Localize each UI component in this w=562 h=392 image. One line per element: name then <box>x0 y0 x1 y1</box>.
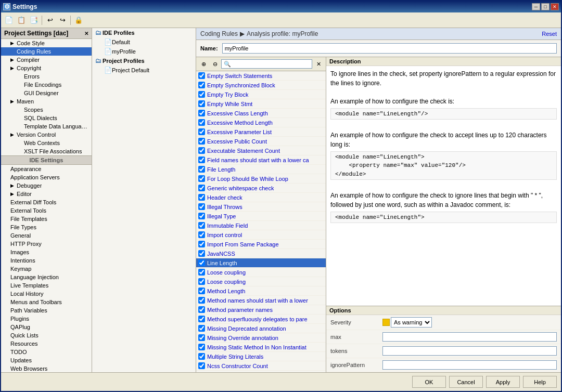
tree-item-file-encodings[interactable]: File Encodings <box>1 81 92 89</box>
rule-item-loose-coupling[interactable]: Loose coupling <box>196 268 326 277</box>
help-button[interactable]: Help <box>523 376 557 388</box>
rule-checkbox-empty-switch[interactable] <box>198 72 205 79</box>
maximize-button[interactable]: □ <box>541 3 550 10</box>
rule-checkbox-ncss-constructor[interactable] <box>198 362 205 369</box>
toolbar-btn-undo[interactable]: ↩ <box>44 15 56 26</box>
tree-item-http-proxy[interactable]: HTTP Proxy <box>1 240 92 248</box>
rule-checkbox-illegal-type[interactable] <box>198 213 205 219</box>
expand-all-button[interactable]: ⊕ <box>198 59 209 69</box>
toolbar-btn-redo[interactable]: ↪ <box>57 15 68 26</box>
rule-checkbox-method-delegates[interactable] <box>198 316 205 322</box>
minimize-button[interactable]: ─ <box>532 3 540 10</box>
cancel-button[interactable]: Cancel <box>449 376 483 388</box>
rule-item-missing-override[interactable]: Missing Override annotation <box>196 333 326 343</box>
ok-button[interactable]: OK <box>412 376 446 388</box>
rule-checkbox-generic-ws[interactable] <box>198 185 205 191</box>
tree-item-keymap[interactable]: Keymap <box>1 265 92 273</box>
tree-item-ext-tools[interactable]: External Tools <box>1 206 92 215</box>
rule-item-empty-sync[interactable]: Empty Synchronized Block <box>196 81 326 90</box>
rule-checkbox-exec-stmt[interactable] <box>198 147 205 154</box>
rule-checkbox-loose-coupling[interactable] <box>198 269 205 276</box>
toolbar-btn-new[interactable]: 📄 <box>3 15 15 26</box>
rule-item-illegal-throws[interactable]: Illegal Throws <box>196 202 326 212</box>
tree-item-menus-toolbars[interactable]: Menus and Toolbars <box>1 298 92 306</box>
rule-checkbox-empty-while[interactable] <box>198 100 205 107</box>
rule-item-import-control[interactable]: Import control <box>196 230 326 240</box>
toolbar-btn-paste[interactable]: 📑 <box>28 15 40 26</box>
tree-item-resources[interactable]: Resources <box>1 339 92 348</box>
tree-item-updates[interactable]: Updates <box>1 356 92 364</box>
tree-item-sql-dialects[interactable]: SQL Dialects <box>1 114 92 122</box>
tree-item-file-templates[interactable]: File Templates <box>1 215 92 223</box>
project-default-profile[interactable]: 📄 Project Default <box>92 66 196 75</box>
left-panel-scroll[interactable]: ▶ Code Style Coding Rules ▶ Compiler ▶ C… <box>1 39 92 372</box>
rule-checkbox-file-length[interactable] <box>198 166 205 173</box>
tree-item-live-templates[interactable]: Live Templates <box>1 281 92 290</box>
rule-item-missing-static[interactable]: Missing Static Method In Non Instantiat <box>196 343 326 352</box>
ide-profiles-node[interactable]: 🗂 IDE Profiles <box>92 28 196 37</box>
rule-item-method-param-names[interactable]: Method parameter names <box>196 305 326 315</box>
rule-item-line-length[interactable]: Line Length <box>196 258 326 268</box>
toolbar-btn-copy[interactable]: 📋 <box>16 15 27 26</box>
rule-item-excessive-public[interactable]: Excessive Public Count <box>196 137 326 146</box>
rule-checkbox-immutable-field[interactable] <box>198 222 205 229</box>
rules-search-input[interactable] <box>221 59 312 69</box>
close-button[interactable]: ✕ <box>551 3 559 10</box>
rule-item-for-loop[interactable]: For Loop Should Be While Loop <box>196 174 326 184</box>
rule-item-empty-while[interactable]: Empty While Stmt <box>196 99 326 109</box>
clear-search-button[interactable]: ✕ <box>313 59 324 69</box>
tree-item-local-history[interactable]: Local History <box>1 290 92 298</box>
tree-item-code-style[interactable]: ▶ Code Style <box>1 39 92 47</box>
rule-checkbox-header-check[interactable] <box>198 194 205 201</box>
rule-checkbox-import-same-pkg[interactable] <box>198 241 205 247</box>
tree-item-maven[interactable]: ▶ Maven <box>1 97 92 106</box>
rule-checkbox-empty-sync[interactable] <box>198 82 205 88</box>
rule-item-ncss-constructor[interactable]: Ncss Constructor Count <box>196 361 326 371</box>
toolbar-btn-lock[interactable]: 🔒 <box>73 15 84 26</box>
rule-checkbox-missing-static[interactable] <box>198 344 205 350</box>
tree-item-app-servers[interactable]: Application Servers <box>1 173 92 181</box>
tree-item-web-browsers[interactable]: Web Browsers <box>1 364 92 372</box>
tree-item-template-data[interactable]: Template Data Languages <box>1 122 92 130</box>
tree-item-quick-lists[interactable]: Quick Lists <box>1 331 92 339</box>
tree-item-appearance[interactable]: Appearance <box>1 165 92 173</box>
rule-item-javancss[interactable]: JavaNCSS <box>196 249 326 258</box>
rule-checkbox-line-length[interactable] <box>198 259 205 266</box>
tree-item-debugger[interactable]: ▶ Debugger <box>1 181 92 190</box>
rule-checkbox-loose-coupling-2[interactable] <box>198 278 205 285</box>
rule-checkbox-missing-deprecated[interactable] <box>198 325 205 332</box>
rule-item-missing-deprecated[interactable]: Missing Deprecated annotation <box>196 324 326 333</box>
rule-checkbox-empty-try[interactable] <box>198 91 205 98</box>
rule-checkbox-field-names[interactable] <box>198 156 205 163</box>
tree-item-qaplug[interactable]: QAPlug <box>1 323 92 331</box>
rule-item-import-same-pkg[interactable]: Import From Same Package <box>196 240 326 249</box>
severity-dropdown[interactable]: As warning As error Info <box>391 317 432 328</box>
tokens-input[interactable] <box>382 346 557 356</box>
rule-item-multiple-string[interactable]: Multiple String Literals <box>196 352 326 361</box>
tree-item-compiler[interactable]: ▶ Compiler <box>1 56 92 64</box>
rule-checkbox-method-length[interactable] <box>198 288 205 294</box>
tree-item-coding-rules[interactable]: Coding Rules <box>1 47 92 56</box>
tree-item-path-vars[interactable]: Path Variables <box>1 306 92 315</box>
tree-item-xslt-file-assoc[interactable]: XSLT File Associations <box>1 147 92 155</box>
rule-item-method-names[interactable]: Method names should start with a lower <box>196 296 326 305</box>
profiles-scroll[interactable]: 🗂 IDE Profiles 📄 Default 📄 myProfile 🗂 P… <box>92 28 196 372</box>
tree-item-scopes[interactable]: Scopes <box>1 106 92 114</box>
tree-item-copyright[interactable]: ▶ Copyright <box>1 64 92 72</box>
tree-item-lang-injection[interactable]: Language Injection <box>1 273 92 281</box>
rules-list[interactable]: Empty Switch Statements Empty Synchroniz… <box>196 71 326 372</box>
name-input[interactable] <box>222 43 557 54</box>
rule-checkbox-method-param-names[interactable] <box>198 306 205 313</box>
tree-item-todo[interactable]: TODO <box>1 348 92 356</box>
rule-checkbox-for-loop[interactable] <box>198 175 205 182</box>
tree-item-plugins[interactable]: Plugins <box>1 315 92 323</box>
max-input[interactable] <box>382 332 557 342</box>
rule-checkbox-excessive-public[interactable] <box>198 138 205 145</box>
tree-item-intentions[interactable]: Intentions <box>1 256 92 265</box>
rule-item-illegal-type[interactable]: Illegal Type <box>196 212 326 221</box>
tree-item-version-control[interactable]: ▶ Version Control <box>1 130 92 139</box>
rule-checkbox-excessive-class[interactable] <box>198 110 205 116</box>
project-profiles-node[interactable]: 🗂 Project Profiles <box>92 56 196 66</box>
rule-item-empty-try[interactable]: Empty Try Block <box>196 90 326 99</box>
tree-item-gui-designer[interactable]: GUI Designer <box>1 89 92 97</box>
